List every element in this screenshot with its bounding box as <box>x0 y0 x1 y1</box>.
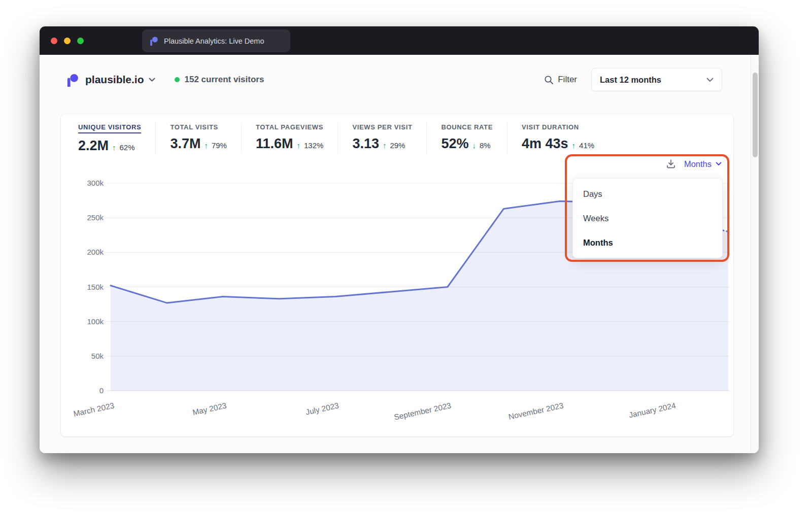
svg-text:January 2024: January 2024 <box>628 401 677 419</box>
svg-text:300k: 300k <box>87 179 104 187</box>
live-dot-icon <box>175 77 180 82</box>
filter-label: Filter <box>558 75 577 85</box>
trend-up-icon: ↑ <box>297 141 301 150</box>
filter-button[interactable]: Filter <box>544 75 577 85</box>
trend-up-icon: ↑ <box>383 141 387 150</box>
minimize-window-button[interactable] <box>64 38 71 44</box>
browser-tab[interactable]: Plausible Analytics: Live Demo <box>142 29 290 52</box>
menu-item-months[interactable]: Months <box>573 230 722 255</box>
menu-item-weeks[interactable]: Weeks <box>573 206 722 230</box>
stat-label: TOTAL VISITS <box>170 123 218 131</box>
stat-value: 3.13 <box>352 136 379 152</box>
stat-visit-duration[interactable]: VISIT DURATION 4m 43s ↑ 41% <box>522 122 608 154</box>
trend-up-icon: ↑ <box>572 141 576 150</box>
svg-text:200k: 200k <box>87 248 104 256</box>
dashboard-header: plausible.io 152 current visitors Filter <box>40 55 759 91</box>
zoom-window-button[interactable] <box>77 38 84 44</box>
svg-text:50k: 50k <box>91 352 104 360</box>
stat-views-per-visit[interactable]: VIEWS PER VISIT 3.13 ↑ 29% <box>352 122 427 154</box>
search-icon <box>544 75 554 85</box>
svg-text:September 2023: September 2023 <box>393 401 452 421</box>
interval-dropdown-button[interactable]: Months <box>684 159 722 169</box>
browser-window: Plausible Analytics: Live Demo plausible… <box>40 26 759 453</box>
scrollbar-thumb[interactable] <box>753 73 758 157</box>
stat-label: VIEWS PER VISIT <box>352 123 412 131</box>
page-content: plausible.io 152 current visitors Filter <box>40 55 759 453</box>
interval-control: Months <box>666 159 722 169</box>
chevron-down-icon <box>706 78 714 82</box>
interval-menu: Days Weeks Months <box>572 178 723 258</box>
svg-text:November 2023: November 2023 <box>507 401 564 421</box>
stat-change: 132% <box>304 141 323 150</box>
svg-text:May 2023: May 2023 <box>192 401 227 417</box>
tab-title: Plausible Analytics: Live Demo <box>164 37 264 45</box>
svg-text:March 2023: March 2023 <box>73 401 115 418</box>
stat-label: VISIT DURATION <box>522 123 579 131</box>
stat-value: 3.7M <box>170 136 200 152</box>
site-switcher[interactable]: plausible.io <box>66 73 155 87</box>
trend-up-icon: ↑ <box>112 143 116 152</box>
svg-text:100k: 100k <box>87 317 104 326</box>
svg-text:July 2023: July 2023 <box>305 401 340 416</box>
current-visitors-label: 152 current visitors <box>185 75 264 85</box>
stat-total-pageviews[interactable]: TOTAL PAGEVIEWS 11.6M ↑ 132% <box>256 122 338 154</box>
close-window-button[interactable] <box>51 38 57 44</box>
trend-up-icon: ↑ <box>204 141 208 150</box>
stat-label: BOUNCE RATE <box>441 123 493 131</box>
stat-change: 62% <box>120 143 135 152</box>
stat-change: 79% <box>212 141 227 150</box>
stat-unique-visitors[interactable]: UNIQUE VISITORS 2.2M ↑ 62% <box>78 122 156 154</box>
stat-value: 52% <box>441 136 468 152</box>
stat-total-visits[interactable]: TOTAL VISITS 3.7M ↑ 79% <box>170 122 242 154</box>
stats-row: UNIQUE VISITORS 2.2M ↑ 62% TOTAL VISITS … <box>61 114 733 154</box>
chevron-down-icon <box>716 162 722 166</box>
download-button[interactable] <box>666 159 676 169</box>
plausible-logo-icon <box>66 73 80 87</box>
stat-value: 2.2M <box>78 138 109 154</box>
chevron-down-icon <box>149 78 155 82</box>
stat-value: 4m 43s <box>522 136 568 152</box>
menu-item-days[interactable]: Days <box>573 182 722 206</box>
browser-titlebar: Plausible Analytics: Live Demo <box>40 26 759 55</box>
stat-value: 11.6M <box>256 136 293 152</box>
traffic-lights <box>51 38 84 44</box>
svg-text:150k: 150k <box>87 283 104 291</box>
stat-change: 41% <box>579 141 594 150</box>
scrollbar-track[interactable] <box>751 55 759 453</box>
stat-change: 29% <box>390 141 405 150</box>
stat-label: UNIQUE VISITORS <box>78 123 141 133</box>
stat-change: 8% <box>480 141 491 150</box>
analytics-card: UNIQUE VISITORS 2.2M ↑ 62% TOTAL VISITS … <box>61 114 733 436</box>
interval-selected-label: Months <box>684 159 712 169</box>
date-range-select[interactable]: Last 12 months <box>591 68 722 91</box>
site-name: plausible.io <box>85 74 144 86</box>
date-range-value: Last 12 months <box>600 75 661 85</box>
plausible-favicon-icon <box>149 36 159 46</box>
current-visitors[interactable]: 152 current visitors <box>175 75 264 85</box>
stat-bounce-rate[interactable]: BOUNCE RATE 52% ↓ 8% <box>441 122 507 154</box>
trend-down-icon: ↓ <box>472 141 477 150</box>
svg-text:250k: 250k <box>87 213 104 222</box>
stat-label: TOTAL PAGEVIEWS <box>256 123 323 131</box>
svg-text:0: 0 <box>99 386 104 395</box>
